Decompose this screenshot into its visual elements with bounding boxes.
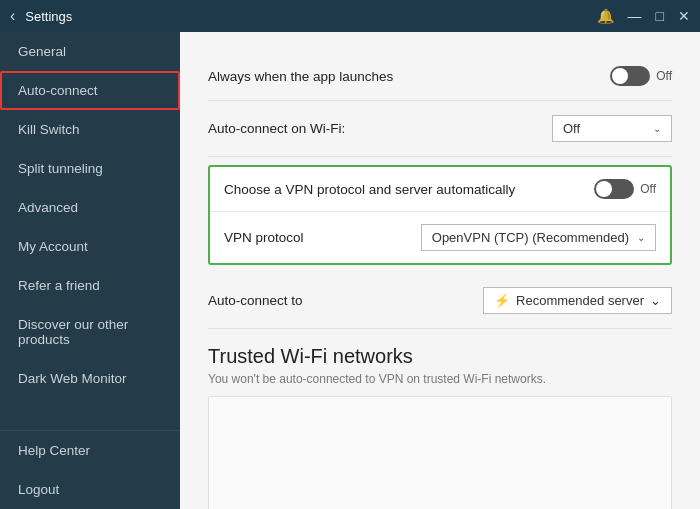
server-chevron-icon: ⌄ <box>650 293 661 308</box>
sidebar-item-split-tunneling[interactable]: Split tunneling <box>0 149 180 188</box>
wifi-networks-box[interactable] <box>208 396 672 509</box>
server-value: Recommended server <box>516 293 644 308</box>
maximize-icon[interactable]: □ <box>656 8 664 24</box>
sidebar-item-auto-connect[interactable]: Auto-connect <box>0 71 180 110</box>
always-launch-toggle[interactable] <box>610 66 650 86</box>
vpn-protocol-value: OpenVPN (TCP) (Recommended) <box>432 230 629 245</box>
vpn-auto-row: Choose a VPN protocol and server automat… <box>210 167 670 211</box>
trusted-wifi-section: Trusted Wi-Fi networks You won't be auto… <box>208 345 672 509</box>
sidebar-item-help-center[interactable]: Help Center <box>0 431 180 470</box>
vpn-auto-label: Choose a VPN protocol and server automat… <box>224 182 515 197</box>
notification-icon[interactable]: 🔔 <box>597 8 614 24</box>
back-button[interactable]: ‹ <box>10 7 15 25</box>
auto-connect-to-label: Auto-connect to <box>208 293 303 308</box>
lightning-icon: ⚡ <box>494 293 510 308</box>
titlebar-controls: 🔔 — □ ✕ <box>597 8 690 24</box>
green-vpn-section: Choose a VPN protocol and server automat… <box>208 165 672 265</box>
vpn-auto-toggle[interactable] <box>594 179 634 199</box>
close-icon[interactable]: ✕ <box>678 8 690 24</box>
sidebar-item-kill-switch[interactable]: Kill Switch <box>0 110 180 149</box>
always-launch-label: Always when the app launches <box>208 69 393 84</box>
titlebar: ‹ Settings 🔔 — □ ✕ <box>0 0 700 32</box>
sidebar-item-dark-web-monitor[interactable]: Dark Web Monitor <box>0 359 180 398</box>
wifi-label: Auto-connect on Wi-Fi: <box>208 121 345 136</box>
sidebar-item-logout[interactable]: Logout <box>0 470 180 509</box>
wifi-row: Auto-connect on Wi-Fi: Off ⌄ <box>208 101 672 157</box>
wifi-value: Off <box>563 121 580 136</box>
sidebar-item-general[interactable]: General <box>0 32 180 71</box>
sidebar-bottom: Help Center Logout <box>0 430 180 509</box>
always-launch-toggle-container: Off <box>610 66 672 86</box>
minimize-icon[interactable]: — <box>628 8 642 24</box>
vpn-protocol-chevron-icon: ⌄ <box>637 232 645 243</box>
wifi-chevron-icon: ⌄ <box>653 123 661 134</box>
sidebar-item-my-account[interactable]: My Account <box>0 227 180 266</box>
server-dropdown[interactable]: ⚡ Recommended server ⌄ <box>483 287 672 314</box>
sidebar-item-refer-a-friend[interactable]: Refer a friend <box>0 266 180 305</box>
content-area: Always when the app launches Off Auto-co… <box>180 32 700 509</box>
titlebar-title: Settings <box>25 9 596 24</box>
sidebar-item-discover-products[interactable]: Discover our other products <box>0 305 180 359</box>
vpn-protocol-row: VPN protocol OpenVPN (TCP) (Recommended)… <box>210 211 670 263</box>
vpn-auto-toggle-label: Off <box>640 182 656 196</box>
auto-connect-to-row: Auto-connect to ⚡ Recommended server ⌄ <box>208 273 672 329</box>
wifi-dropdown[interactable]: Off ⌄ <box>552 115 672 142</box>
main-layout: General Auto-connect Kill Switch Split t… <box>0 32 700 509</box>
always-launch-row: Always when the app launches Off <box>208 52 672 101</box>
trusted-wifi-subtitle: You won't be auto-connected to VPN on tr… <box>208 372 672 386</box>
always-launch-toggle-label: Off <box>656 69 672 83</box>
vpn-auto-toggle-container: Off <box>594 179 656 199</box>
trusted-wifi-title: Trusted Wi-Fi networks <box>208 345 672 368</box>
vpn-protocol-dropdown[interactable]: OpenVPN (TCP) (Recommended) ⌄ <box>421 224 656 251</box>
sidebar-item-advanced[interactable]: Advanced <box>0 188 180 227</box>
vpn-protocol-label: VPN protocol <box>224 230 304 245</box>
sidebar: General Auto-connect Kill Switch Split t… <box>0 32 180 509</box>
